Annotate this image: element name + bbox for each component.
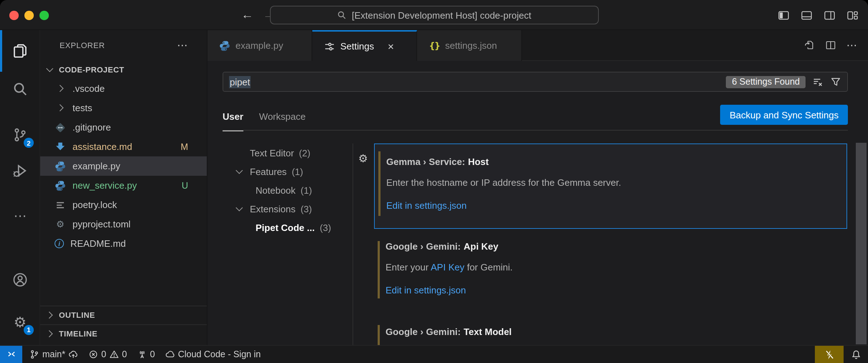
setting-title: Google › Gemini:Text Model (386, 326, 512, 339)
filter-funnel-icon[interactable] (830, 76, 841, 88)
clear-filters-icon[interactable] (812, 76, 823, 88)
chevron-down-icon (45, 64, 55, 74)
open-settings-json-icon[interactable] (803, 39, 815, 51)
backup-sync-settings-button[interactable]: Backup and Sync Settings (720, 105, 848, 125)
file-row-example.py[interactable]: example.py (40, 156, 207, 176)
modified-indicator (378, 241, 380, 298)
toc-count: (3) (300, 203, 312, 214)
ellipsis-icon: ⋯ (12, 208, 28, 224)
close-tab-icon[interactable]: × (388, 41, 394, 52)
file-name: README.md (70, 238, 126, 249)
scope-tab-Workspace[interactable]: Workspace (259, 103, 306, 131)
status-cloud-code-signin[interactable]: Cloud Code - Sign in (165, 349, 261, 359)
tab-Settings[interactable]: Settings× (312, 30, 417, 61)
file-row-assistance.md[interactable]: assistance.mdM (40, 137, 207, 156)
minimize-window-button[interactable] (24, 11, 33, 20)
editor-area: example.pySettings×{}settings.json ⋯ pip… (207, 30, 868, 345)
settings-search-input[interactable]: pipet 6 Settings Found (223, 72, 848, 92)
activity-bar: 2⋯⚙1 (0, 30, 40, 345)
description-text: Enter your (386, 262, 431, 273)
status-problems[interactable]: 00 (88, 349, 127, 359)
close-window-button[interactable] (9, 11, 18, 20)
settings-toc: Text Editor(2)Features(1)Notebook(1)Exte… (223, 143, 353, 237)
outline-label: OUTLINE (59, 311, 95, 320)
activity-item-accounts[interactable] (0, 265, 40, 294)
status-notifications[interactable] (844, 346, 868, 363)
cloud-upload-icon (68, 349, 78, 359)
timeline-section[interactable]: TIMELINE (40, 324, 207, 342)
activity-item-search[interactable] (0, 75, 40, 103)
toc-divider[interactable] (353, 143, 353, 345)
setting-description: Enter your API Key for Gemini. (386, 261, 513, 274)
gear-file-icon: ⚙ (55, 218, 66, 230)
toc-item-Text Editor[interactable]: Text Editor(2) (223, 143, 353, 162)
file-row-new_service.py[interactable]: new_service.pyU (40, 176, 207, 195)
git-status-badge: M (181, 142, 188, 152)
file-row-README.md[interactable]: iREADME.md (40, 234, 207, 253)
file-row-tests[interactable]: tests (40, 98, 207, 118)
setting-category: Google › Gemini: (386, 326, 461, 337)
cloud-icon (165, 349, 175, 359)
activity-item-settings[interactable]: ⚙1 (0, 307, 40, 336)
broadcast-tower-icon (137, 349, 147, 359)
tab-settings.json[interactable]: {}settings.json (417, 30, 522, 61)
scope-tab-User[interactable]: User (223, 103, 243, 131)
file-name: .vscode (73, 83, 105, 94)
command-center[interactable]: [Extension Development Host] code-projec… (270, 6, 598, 24)
file-row-.vscode[interactable]: .vscode (40, 79, 207, 98)
activity-item-more[interactable]: ⋯ (0, 202, 40, 230)
layout-sidebar-right-icon[interactable] (823, 9, 836, 21)
search-icon (337, 10, 347, 20)
toc-label: Notebook (256, 185, 295, 195)
setting-title: Google › Gemini:Api Key (386, 240, 498, 253)
status-text: Cloud Code - Sign in (178, 349, 261, 359)
back-arrow-icon[interactable]: ← (241, 8, 253, 22)
toc-item-Pipet Code ...[interactable]: Pipet Code ...(3) (223, 218, 353, 237)
status-bar: main*000Cloud Code - Sign in (0, 345, 868, 363)
markdown-down-icon (55, 141, 66, 152)
zoom-window-button[interactable] (39, 11, 48, 20)
folder-section-header[interactable]: CODE-PROJECT (40, 60, 207, 79)
layout-sidebar-left-icon[interactable] (778, 9, 790, 21)
status-screencast-toggle[interactable] (815, 346, 844, 363)
activity-item-run-debug[interactable] (0, 156, 40, 185)
edit-in-settings-json-link[interactable]: Edit in settings.json (386, 199, 467, 212)
python-icon (219, 40, 230, 51)
tab-example.py[interactable]: example.py (207, 30, 312, 61)
setting-row-text-model[interactable]: Google › Gemini:Text Model (374, 325, 847, 345)
split-editor-icon[interactable] (825, 39, 836, 51)
outline-section[interactable]: OUTLINE (40, 306, 207, 324)
git-branch-icon (29, 349, 39, 359)
setting-row-api-key[interactable]: Google › Gemini:Api KeyEnter your API Ke… (374, 241, 847, 298)
chevron-right-icon (55, 84, 66, 94)
toc-item-Features[interactable]: Features(1) (223, 162, 353, 181)
remote-indicator[interactable] (0, 346, 22, 363)
toc-item-Notebook[interactable]: Notebook(1) (223, 181, 353, 199)
layout-customize-icon[interactable] (846, 9, 859, 21)
setting-row-host[interactable]: Gemma › Service:HostEnter the hostname o… (374, 143, 847, 229)
explorer-more-actions-icon[interactable]: ⋯ (177, 39, 188, 52)
file-row-pyproject.toml[interactable]: ⚙pyproject.toml (40, 214, 207, 234)
status-ports[interactable]: 0 (137, 349, 155, 359)
error-circle-icon (88, 349, 98, 359)
titlebar: ← → [Extension Development Host] code-pr… (0, 0, 868, 30)
edit-in-settings-json-link[interactable]: Edit in settings.json (386, 284, 466, 297)
status-git-branch-status[interactable]: main* (29, 349, 78, 359)
toc-item-Extensions[interactable]: Extensions(3) (223, 199, 353, 218)
layout-panel-icon[interactable] (801, 9, 813, 21)
folder-section-label: CODE-PROJECT (59, 65, 124, 74)
settings-sliders-icon (324, 41, 335, 52)
vscode-window: ← → [Extension Development Host] code-pr… (0, 0, 868, 363)
inline-link[interactable]: API Key (431, 262, 465, 273)
more-actions-icon[interactable]: ⋯ (846, 39, 858, 51)
file-row-.gitignore[interactable]: .gitignore (40, 118, 207, 137)
toc-label: Pipet Code ... (256, 222, 315, 233)
setting-name: Host (468, 156, 489, 167)
setting-actions-gear-icon[interactable]: ⚙ (358, 154, 368, 164)
file-row-poetry.lock[interactable]: poetry.lock (40, 195, 207, 214)
info-icon: i (55, 239, 64, 248)
file-name: pyproject.toml (73, 219, 131, 230)
activity-item-source-control[interactable]: 2 (0, 121, 40, 149)
activity-item-explorer[interactable] (0, 36, 40, 65)
settings-scrollbar[interactable] (856, 143, 867, 344)
